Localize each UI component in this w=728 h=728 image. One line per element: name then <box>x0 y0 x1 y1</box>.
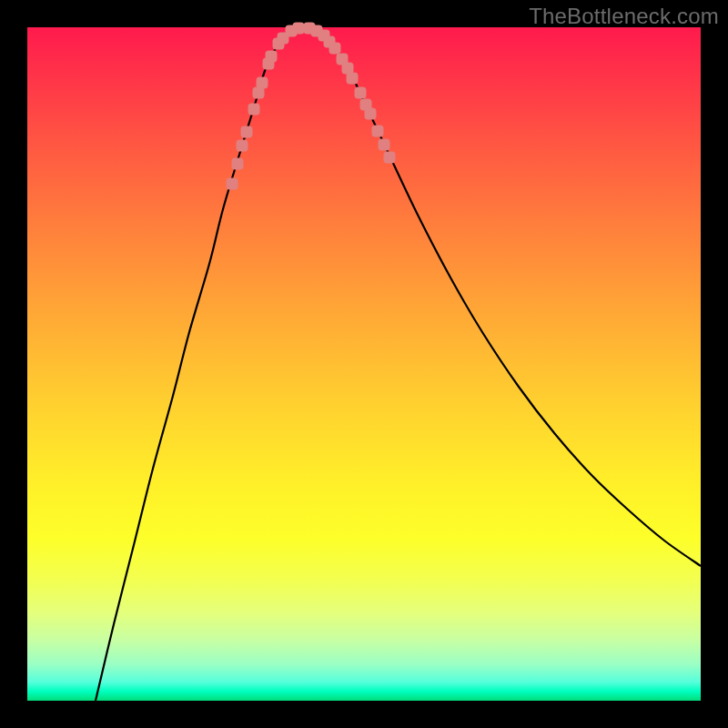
data-marker <box>248 104 260 116</box>
chart-plot-area <box>27 27 701 701</box>
data-marker <box>355 87 367 99</box>
data-marker <box>293 23 305 35</box>
chart-svg <box>27 27 701 701</box>
data-marker <box>372 126 384 137</box>
bottleneck-curve <box>96 27 701 701</box>
data-marker <box>329 43 341 55</box>
data-marker <box>237 140 248 152</box>
data-marker <box>379 139 390 151</box>
data-marker <box>384 152 396 164</box>
data-markers <box>227 23 396 190</box>
data-marker <box>232 158 244 170</box>
data-marker <box>227 178 238 190</box>
watermark-text: TheBottleneck.com <box>529 4 719 29</box>
chart-frame: TheBottleneck.com <box>0 0 728 728</box>
data-marker <box>365 108 377 120</box>
data-marker <box>241 126 253 138</box>
data-marker <box>266 51 278 63</box>
data-marker <box>347 73 359 85</box>
data-marker <box>257 77 268 89</box>
